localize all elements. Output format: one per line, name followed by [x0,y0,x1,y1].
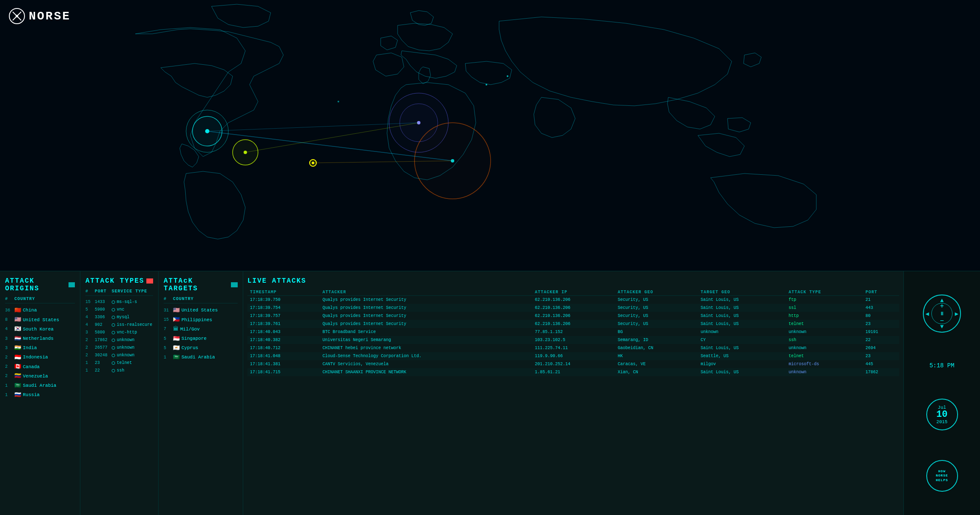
svg-point-21 [486,84,487,85]
list-item: 36 🇨🇳 China [5,306,75,315]
timestamp-cell: 17:18:41.715 [247,368,320,376]
live-attacks-panel: LIVE ATTACKS TIMESTAMP ATTACKER ATTACKER… [243,271,904,515]
timestamp-cell: 17:18:39.761 [247,320,320,328]
attacker-cell: BTC Broadband Service [320,328,532,336]
attack-targets-title: ATTAcK TARGETS [164,277,238,292]
list-item: 5 5900 vnc [85,306,153,314]
list-item: 4 902 iss-realsecure [85,321,153,329]
table-row: 17:18:39.750 Qualys provides Internet Se… [247,296,899,304]
attack-type-cell: http [786,312,863,320]
list-item: 5 🇨🇾 Cyprus [164,344,238,353]
attack-origins-panel: ATTACK ORIGINS # COUNTRY 36 🇨🇳 China8 🇺🇸… [0,271,80,515]
bottom-panel: ATTACK ORIGINS # COUNTRY 36 🇨🇳 China8 🇺🇸… [0,271,980,515]
ip-cell: 103.23.102.5 [533,336,615,344]
timestamp-cell: 17:18:40.382 [247,336,320,344]
attacker-cell: CHINANET SHAANXI PROVINCE NETWORK [320,368,532,376]
pause-icon[interactable]: ⏸ [939,311,944,317]
live-attacks-title: LIVE ATTACKS [247,277,899,285]
ip-cell: 62.210.136.206 [533,296,615,304]
attack-type-cell: telnet [786,320,863,328]
types-icon [146,278,153,284]
timestamp-cell: 17:18:39.757 [247,312,320,320]
attacker-cell: Qualys provides Internet Security [320,296,532,304]
attack-type-cell: telnet [786,352,863,360]
year-display: 2015 [936,419,947,424]
attacker-geo-cell: BG [615,328,698,336]
attacker-geo-cell: Xian, CN [615,368,698,376]
svg-rect-4 [0,0,980,271]
ip-cell: 1.85.61.21 [533,368,615,376]
live-attacks-body: 17:18:39.750 Qualys provides Internet Se… [247,296,899,377]
logo-text: NORSE [29,10,71,23]
attack-type-cell: unknown [786,368,863,376]
map-area: NORSE [0,0,980,271]
compass-control[interactable]: ▲ ▼ ◀ ▶ + ⏸ − [923,295,961,333]
timestamp-cell: 17:18:39.754 [247,304,320,312]
table-row: 17:18:40.382 Universitas Negeri Semarang… [247,336,899,344]
attacker-cell: Universitas Negeri Semarang [320,336,532,344]
list-item: 2 17862 unknown [85,336,153,344]
timestamp-cell: 17:18:40.712 [247,344,320,352]
attack-types-title: ATTACK TYPES [85,277,153,285]
header-port: PORT [863,289,899,296]
attack-type-cell: unknown [786,344,863,352]
origins-header: # COUNTRY [5,297,75,303]
port-cell: 80 [863,312,899,320]
ip-cell: 62.210.136.206 [533,304,615,312]
target-geo-cell: Saint Louis, US [698,304,786,312]
target-geo-cell: Saint Louis, US [698,368,786,376]
clock-display: 5:18 PM [930,362,955,369]
origins-rows: 36 🇨🇳 China8 🇺🇸 United States4 🇰🇷 South … [5,306,75,400]
how-norse-helps-button[interactable]: HOW NORSE HELPS [926,460,958,492]
targets-icon [231,282,238,287]
list-item: 3 🇮🇳 India [5,344,75,353]
arrow-up-icon[interactable]: ▲ [940,297,944,304]
compass-inner: + ⏸ − [931,303,953,324]
target-geo-cell: milgov [698,360,786,368]
port-cell: 19191 [863,328,899,336]
port-cell: 2694 [863,344,899,352]
arrow-down-icon[interactable]: ▼ [940,323,944,330]
table-row: 17:18:41.048 Cloud-Sense Technology Corp… [247,352,899,360]
attack-type-cell: ftp [786,296,863,304]
table-row: 17:18:39.761 Qualys provides Internet Se… [247,320,899,328]
port-cell: 22 [863,336,899,344]
arrow-left-icon[interactable]: ◀ [925,310,929,317]
attack-types-panel: ATTACK TYPES # PORT SERVICE TYPE 15 1433… [80,271,159,515]
attacker-geo-cell: Semarang, ID [615,336,698,344]
attacker-cell: Cloud-Sense Technology Corporation Ltd. [320,352,532,360]
header-attacker-ip: ATTACKER IP [533,289,615,296]
targets-header: # COUNTRY [164,297,238,303]
ip-cell: 201.210.252.14 [533,360,615,368]
header-attacker: ATTACKER [320,289,532,296]
attacker-geo-cell: HK [615,352,698,360]
table-row: 17:18:40.043 BTC Broadband Service 77.85… [247,328,899,336]
arrow-right-icon[interactable]: ▶ [955,310,958,317]
target-geo-cell: Saint Louis, US [698,344,786,352]
date-circle: Jul 10 2015 [926,399,958,430]
attacker-cell: Qualys provides Internet Security [320,304,532,312]
ip-cell: 77.85.1.152 [533,328,615,336]
table-row: 17:18:39.757 Qualys provides Internet Se… [247,312,899,320]
right-controls: ▲ ▼ ◀ ▶ + ⏸ − 5:18 PM Jul 10 2015 HOW [904,271,980,515]
header-attacker-geo: ATTACKER GEO [615,289,698,296]
table-row: 17:18:40.712 CHINANET hebei province net… [247,344,899,352]
target-geo-cell: Seattle, US [698,352,786,360]
list-item: 3 🇳🇱 Netherlands [5,334,75,344]
timestamp-cell: 17:18:40.043 [247,328,320,336]
time-display: 5:18 PM [930,362,955,369]
logo[interactable]: NORSE [8,8,71,25]
timestamp-cell: 17:18:41.381 [247,360,320,368]
attack-type-cell: unknown [786,328,863,336]
attacker-geo-cell: Gaobeidian, CN [615,344,698,352]
list-item: 15 1433 ms-sql-s [85,298,153,306]
list-item: 1 🇷🇺 Russia [5,391,75,400]
types-rows: 15 1433 ms-sql-s5 5900 vnc4 3306 mysql4 … [85,298,153,375]
list-item: 3 5800 vnc-http [85,329,153,336]
port-cell: 443 [863,304,899,312]
table-row: 17:18:39.754 Qualys provides Internet Se… [247,304,899,312]
types-header: # PORT SERVICE TYPE [85,289,153,296]
port-cell: 23 [863,352,899,360]
header-timestamp: TIMESTAMP [247,289,320,296]
list-item: 2 26577 unknown [85,344,153,352]
